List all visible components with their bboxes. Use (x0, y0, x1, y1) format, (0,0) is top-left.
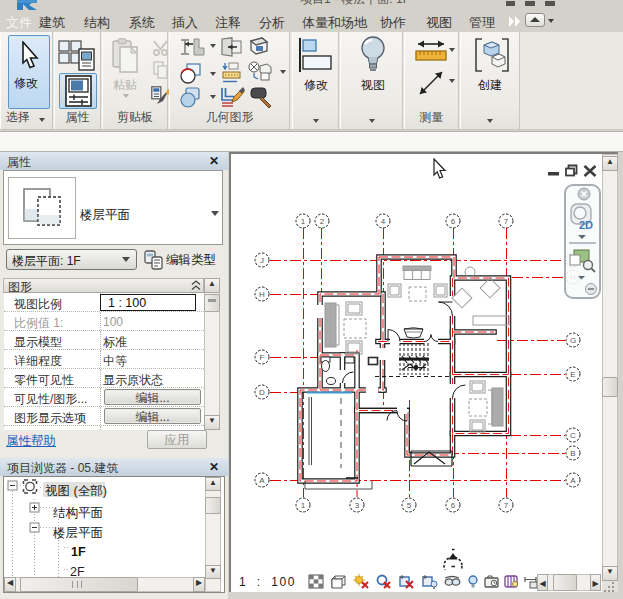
svg-text:A: A (259, 476, 265, 485)
svg-text:C: C (570, 431, 576, 440)
svg-text:E: E (570, 370, 575, 379)
svg-text:6: 6 (451, 501, 456, 510)
svg-text:2D: 2D (579, 219, 593, 231)
svg-text:3: 3 (355, 501, 360, 510)
svg-text:1: 1 (301, 501, 306, 510)
svg-text:H: H (259, 290, 265, 299)
svg-text:2: 2 (320, 217, 325, 226)
svg-text:7: 7 (504, 501, 509, 510)
svg-text:6: 6 (451, 217, 456, 226)
svg-text:4: 4 (381, 217, 386, 226)
svg-text:7: 7 (504, 217, 509, 226)
svg-text:F: F (260, 353, 265, 362)
svg-text:5: 5 (407, 501, 412, 510)
svg-text:G: G (570, 336, 576, 345)
svg-text:D: D (259, 388, 265, 397)
svg-text:A: A (570, 476, 576, 485)
svg-text:B: B (570, 449, 575, 458)
svg-text:J: J (260, 256, 264, 265)
svg-text:1: 1 (301, 217, 306, 226)
